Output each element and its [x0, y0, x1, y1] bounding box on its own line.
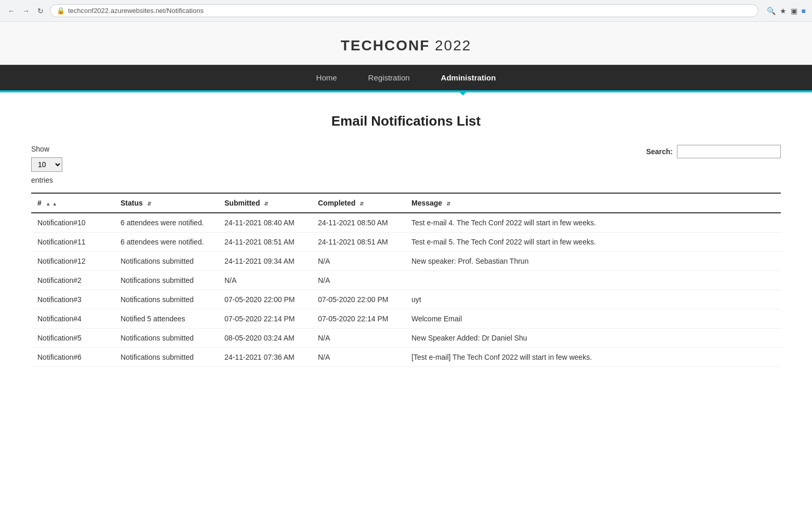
- cell-completed: 07-05-2020 22:14 PM: [312, 309, 405, 329]
- table-controls: Show 10 25 50 100 entries Search:: [31, 145, 781, 184]
- cell-id: Notification#11: [31, 233, 114, 252]
- col-header-hash[interactable]: # ▲: [31, 193, 114, 213]
- bookmark-star-icon[interactable]: ★: [780, 7, 787, 15]
- table-row: Notification#12 Notifications submitted …: [31, 252, 781, 271]
- table-row: Notification#10 6 attendees were notifie…: [31, 213, 781, 233]
- back-button[interactable]: ←: [6, 6, 17, 16]
- cell-submitted: 24-11-2021 08:51 AM: [218, 233, 312, 252]
- browser-chrome: ← → ↻ 🔒 techconf2022.azurewebsites.net/N…: [0, 0, 812, 22]
- entries-select[interactable]: 10 25 50 100: [31, 157, 62, 172]
- search-label: Search:: [646, 147, 673, 156]
- sort-arrows-status: ⇵: [147, 201, 151, 207]
- cell-completed: 24-11-2021 08:51 AM: [312, 233, 405, 252]
- cell-message: New Speaker Added: Dr Daniel Shu: [405, 329, 781, 348]
- col-header-message[interactable]: Message ⇵: [405, 193, 781, 213]
- nav-item-administration[interactable]: Administration: [425, 65, 512, 90]
- cell-completed: N/A: [312, 348, 405, 367]
- cell-status: Notifications submitted: [114, 329, 218, 348]
- col-header-submitted[interactable]: Submitted ⇵: [218, 193, 312, 213]
- table-row: Notification#11 6 attendees were notifie…: [31, 233, 781, 252]
- entries-label: entries: [31, 176, 62, 184]
- search-area: Search:: [646, 145, 781, 158]
- sort-arrows-submitted: ⇵: [264, 201, 268, 207]
- sort-arrows-message: ⇵: [446, 201, 450, 207]
- table-body: Notification#10 6 attendees were notifie…: [31, 213, 781, 367]
- nav-item-home[interactable]: Home: [301, 65, 353, 90]
- extensions-icon[interactable]: ▣: [791, 7, 797, 15]
- cell-completed: N/A: [312, 252, 405, 271]
- notifications-table: # ▲ Status ⇵ Submitted ⇵ Completed ⇵ Mes…: [31, 193, 781, 367]
- cell-status: 6 attendees were notified.: [114, 213, 218, 233]
- nav-cyan-bar: [0, 90, 812, 92]
- cell-id: Notification#5: [31, 329, 114, 348]
- cell-id: Notification#10: [31, 213, 114, 233]
- sort-arrows-hash: ▲: [46, 201, 58, 207]
- cell-message: uyt: [405, 290, 781, 309]
- table-row: Notification#2 Notifications submitted N…: [31, 271, 781, 290]
- site-header: TECHCONF 2022: [0, 22, 812, 65]
- cell-id: Notification#2: [31, 271, 114, 290]
- browser-right-icons: 🔍 ★ ▣ ■: [767, 7, 806, 15]
- cell-completed: N/A: [312, 271, 405, 290]
- col-header-completed[interactable]: Completed ⇵: [312, 193, 405, 213]
- cell-submitted: N/A: [218, 271, 312, 290]
- table-row: Notification#4 Notified 5 attendees 07-0…: [31, 309, 781, 329]
- cell-id: Notification#12: [31, 252, 114, 271]
- show-entries: Show 10 25 50 100 entries: [31, 145, 62, 184]
- nav-item-registration[interactable]: Registration: [353, 65, 425, 90]
- cell-message: Test e-mail 4. The Tech Conf 2022 will s…: [405, 213, 781, 233]
- forward-button[interactable]: →: [21, 6, 31, 16]
- table-row: Notification#3 Notifications submitted 0…: [31, 290, 781, 309]
- cell-status: 6 attendees were notified.: [114, 233, 218, 252]
- cell-submitted: 08-05-2020 03:24 AM: [218, 329, 312, 348]
- lock-icon: 🔒: [57, 7, 65, 15]
- nav-link-administration[interactable]: Administration: [425, 65, 512, 90]
- cell-status: Notifications submitted: [114, 271, 218, 290]
- cell-message: Test e-mail 5. The Tech Conf 2022 will s…: [405, 233, 781, 252]
- nav-link-registration[interactable]: Registration: [353, 65, 425, 90]
- cell-status: Notifications submitted: [114, 348, 218, 367]
- cell-message: [405, 271, 781, 290]
- search-input[interactable]: [677, 145, 781, 158]
- cell-id: Notification#6: [31, 348, 114, 367]
- zoom-icon[interactable]: 🔍: [767, 7, 776, 15]
- cell-status: Notified 5 attendees: [114, 309, 218, 329]
- cell-submitted: 24-11-2021 07:36 AM: [218, 348, 312, 367]
- url-bar[interactable]: 🔒 techconf2022.azurewebsites.net/Notific…: [50, 4, 758, 17]
- cell-status: Notifications submitted: [114, 252, 218, 271]
- cell-submitted: 07-05-2020 22:00 PM: [218, 290, 312, 309]
- url-text: techconf2022.azurewebsites.net/Notificat…: [68, 7, 204, 15]
- nav-items: Home Registration Administration: [0, 65, 812, 90]
- cell-submitted: 24-11-2021 09:34 AM: [218, 252, 312, 271]
- cell-message: Welcome Email: [405, 309, 781, 329]
- site-title-bold: TECHCONF: [341, 37, 430, 53]
- reload-button[interactable]: ↻: [35, 6, 46, 16]
- table-header: # ▲ Status ⇵ Submitted ⇵ Completed ⇵ Mes…: [31, 193, 781, 213]
- profile-icon[interactable]: ■: [802, 7, 806, 15]
- nav-bar: Home Registration Administration: [0, 65, 812, 92]
- cell-id: Notification#3: [31, 290, 114, 309]
- cell-id: Notification#4: [31, 309, 114, 329]
- col-header-status[interactable]: Status ⇵: [114, 193, 218, 213]
- cell-completed: N/A: [312, 329, 405, 348]
- site-title: TECHCONF 2022: [10, 37, 802, 54]
- main-content: Email Notifications List Show 10 25 50 1…: [0, 92, 812, 388]
- cell-message: [Test e-mail] The Tech Conf 2022 will st…: [405, 348, 781, 367]
- cell-completed: 24-11-2021 08:50 AM: [312, 213, 405, 233]
- nav-cyan-indicator: [459, 91, 467, 96]
- cell-submitted: 24-11-2021 08:40 AM: [218, 213, 312, 233]
- show-label: Show: [31, 145, 62, 153]
- page-heading: Email Notifications List: [31, 113, 781, 129]
- table-row: Notification#6 Notifications submitted 2…: [31, 348, 781, 367]
- sort-arrows-completed: ⇵: [360, 201, 364, 207]
- nav-link-home[interactable]: Home: [301, 65, 353, 90]
- table-header-row: # ▲ Status ⇵ Submitted ⇵ Completed ⇵ Mes…: [31, 193, 781, 213]
- table-row: Notification#5 Notifications submitted 0…: [31, 329, 781, 348]
- cell-completed: 07-05-2020 22:00 PM: [312, 290, 405, 309]
- cell-submitted: 07-05-2020 22:14 PM: [218, 309, 312, 329]
- cell-status: Notifications submitted: [114, 290, 218, 309]
- cell-message: New speaker: Prof. Sebastian Thrun: [405, 252, 781, 271]
